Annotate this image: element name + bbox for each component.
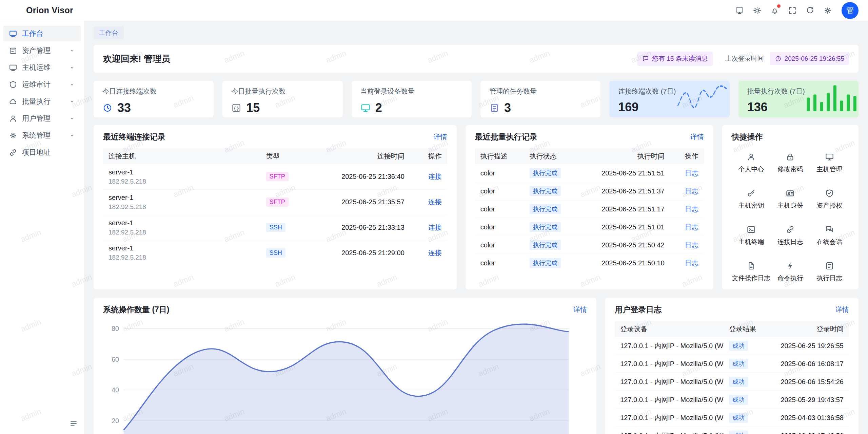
quick-op-host-terminal[interactable]: 主机终端 — [732, 225, 771, 246]
chevron-down-icon — [69, 64, 75, 71]
idcard-icon — [786, 189, 795, 198]
chevron-down-icon — [69, 48, 75, 54]
settings-button[interactable] — [821, 3, 835, 18]
quick-op-connect-log[interactable]: 连接日志 — [771, 225, 810, 246]
sidebar-item-system[interactable]: 系统管理 — [3, 128, 81, 143]
user-icon — [9, 114, 17, 123]
notifications-button[interactable] — [768, 3, 782, 18]
quick-op-exec-log[interactable]: 执行日志 — [810, 261, 849, 283]
quick-op-online-sessions[interactable]: 在线会话 — [810, 225, 849, 246]
login-time: 2025-06-06 16:08:17 — [764, 355, 849, 373]
user-avatar[interactable]: 管 — [842, 2, 859, 19]
connect-link[interactable]: 连接 — [428, 249, 442, 257]
quick-op-host-identity[interactable]: 主机身份 — [771, 189, 810, 210]
connect-time: 2025-06-25 21:29:00 — [308, 240, 410, 265]
quick-op-host-management[interactable]: 主机管理 — [810, 152, 849, 174]
log-link[interactable]: 日志 — [685, 223, 698, 231]
quick-op-label: 个人中心 — [738, 165, 764, 174]
quick-op-command-exec[interactable]: 命令执行 — [771, 261, 810, 283]
column-header: 执行描述 — [475, 148, 524, 164]
type-badge: SFTP — [266, 197, 289, 207]
stat-card-exec-7d: 批量执行次数 (7日) 136 — [738, 81, 859, 117]
log-link[interactable]: 日志 — [685, 205, 698, 213]
column-header: 操作 — [410, 148, 447, 164]
log-link[interactable]: 日志 — [685, 241, 698, 249]
quick-op-label: 资产授权 — [816, 201, 842, 210]
connect-link[interactable]: 连接 — [428, 173, 442, 180]
quick-op-file-log[interactable]: 文件操作日志 — [732, 261, 771, 283]
table-header-row: 登录设备 登录结果 登录时间 — [615, 321, 849, 337]
chevron-down-icon — [69, 115, 75, 122]
column-header: 登录时间 — [764, 321, 849, 337]
result-badge: 成功 — [729, 395, 748, 405]
table-row: server-1182.92.5.218 SFTP 2025-06-25 21:… — [103, 164, 447, 189]
table-row: color 执行完成 2025-06-25 21:50:42 日志 — [475, 236, 704, 254]
display-icon — [735, 6, 744, 15]
breadcrumb-item-workbench[interactable]: 工作台 — [94, 26, 124, 39]
system-ops-detail-link[interactable]: 详情 — [573, 305, 587, 314]
sidebar-item-audit[interactable]: 运维审计 — [3, 77, 81, 92]
link-icon — [786, 225, 795, 234]
column-header: 执行时间 — [582, 148, 670, 164]
quick-ops-grid: 个人中心 修改密码 主机管理 主机密钥 主机身份 资产授权 主机终端 连接日志 … — [732, 152, 849, 283]
system-ops-chart-svg: 0204060802025-06-192025-06-202025-06-212… — [103, 321, 587, 434]
sidebar-item-host-ops[interactable]: 主机运维 — [3, 60, 81, 75]
svg-text:80: 80 — [112, 325, 119, 332]
svg-text:20: 20 — [112, 417, 119, 424]
fullscreen-button[interactable] — [785, 3, 800, 18]
table-row: 127.0.0.1 - 内网IP - Mozilla/5.0 (Windows … — [615, 373, 849, 391]
notification-dot — [777, 4, 781, 8]
connect-link[interactable]: 连接 — [428, 198, 442, 206]
exec-detail-link[interactable]: 详情 — [690, 132, 704, 141]
unread-messages-badge[interactable]: 您有 15 条未读消息 — [637, 52, 713, 66]
sidebar-item-users[interactable]: 用户管理 — [3, 111, 81, 126]
status-badge: 执行完成 — [530, 258, 561, 268]
sidebar-collapse-button[interactable] — [68, 418, 79, 429]
sidebar-item-label: 用户管理 — [22, 114, 51, 123]
sidebar-item-batch-exec[interactable]: 批量执行 — [3, 94, 81, 109]
quick-op-label: 执行日志 — [816, 274, 842, 283]
sidebar-item-assets[interactable]: 资产管理 — [3, 43, 81, 58]
login-detail-link[interactable]: 详情 — [835, 305, 849, 314]
shield-icon — [9, 80, 17, 89]
login-device: 127.0.0.1 - 内网IP - Mozilla/5.0 (Windows … — [615, 391, 724, 409]
table-row: color 执行完成 2025-06-25 21:50:10 日志 — [475, 254, 704, 272]
quick-ops-panel: 快捷操作 个人中心 修改密码 主机管理 主机密钥 主机身份 资产授权 主机终端 … — [722, 125, 859, 289]
chevron-down-icon — [69, 81, 75, 88]
result-badge: 成功 — [729, 341, 748, 351]
exec-desc: color — [475, 200, 524, 218]
refresh-button[interactable] — [803, 3, 817, 18]
quick-op-profile[interactable]: 个人中心 — [732, 152, 771, 174]
log-link[interactable]: 日志 — [685, 169, 698, 177]
sidebar-item-workbench[interactable]: 工作台 — [3, 26, 81, 41]
sidebar-item-project-url[interactable]: 项目地址 — [3, 145, 81, 160]
box-icon — [9, 46, 17, 55]
connect-link[interactable]: 连接 — [428, 224, 442, 231]
result-badge: 成功 — [729, 431, 748, 434]
chevron-down-icon — [69, 98, 75, 105]
host-name: server-1 — [108, 193, 255, 202]
column-header: 登录结果 — [724, 321, 764, 337]
quick-op-label: 主机管理 — [816, 165, 842, 174]
panel-title: 用户登录日志 — [615, 304, 662, 315]
sidebar-item-label: 主机运维 — [22, 63, 51, 72]
batch-exec-table: 执行描述 执行状态 执行时间 操作 color 执行完成 2025-06-25 … — [475, 148, 704, 272]
terminal-detail-link[interactable]: 详情 — [434, 132, 447, 141]
result-badge: 成功 — [729, 377, 748, 387]
quick-op-asset-auth[interactable]: 资产授权 — [810, 189, 849, 210]
exec-time: 2025-06-25 21:51:51 — [582, 164, 670, 182]
display-button[interactable] — [732, 3, 747, 18]
quick-op-change-password[interactable]: 修改密码 — [771, 152, 810, 174]
column-header: 执行状态 — [524, 148, 582, 164]
quick-op-host-keys[interactable]: 主机密钥 — [732, 189, 771, 210]
type-badge: SSH — [266, 223, 285, 232]
log-link[interactable]: 日志 — [685, 187, 698, 195]
theme-toggle-button[interactable] — [750, 3, 764, 18]
lock-icon — [786, 152, 795, 162]
quick-op-label: 主机密钥 — [738, 201, 764, 210]
log-link[interactable]: 日志 — [685, 259, 698, 267]
stat-card-terminal-today: 今日连接终端次数 33 — [94, 81, 214, 117]
link-icon — [9, 148, 17, 157]
table-row: color 执行完成 2025-06-25 21:51:01 日志 — [475, 218, 704, 236]
app-logo-icon — [9, 4, 22, 17]
